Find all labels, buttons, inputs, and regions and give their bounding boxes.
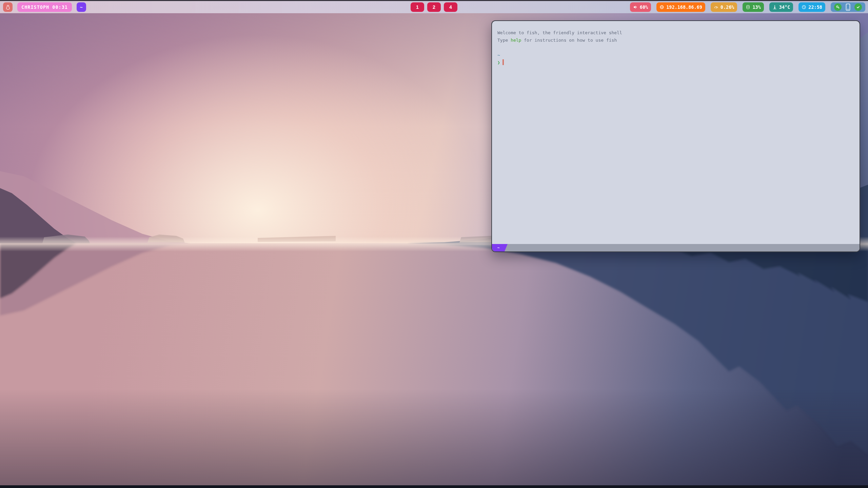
workspace-button-1[interactable]: 1 <box>411 2 424 12</box>
globe-icon <box>659 5 664 9</box>
top-bar-status: 60% 192.168.86.69 0.26% <box>630 2 868 12</box>
launcher-button[interactable] <box>3 2 13 12</box>
blank-line <box>497 44 854 52</box>
prompt-line: ❯ <box>497 59 854 66</box>
volume-value: 60% <box>640 4 648 10</box>
network-badge[interactable]: 192.168.86.69 <box>656 2 705 12</box>
check-icon <box>856 5 861 9</box>
tux-icon <box>5 4 11 10</box>
top-bar: CHRISTOPH 00:31 ~ 1 2 4 60% <box>0 0 868 13</box>
key-icon <box>835 5 840 9</box>
phone-icon <box>845 3 851 11</box>
path-badge: ~ <box>77 2 86 12</box>
clock-icon <box>802 5 806 9</box>
user-badge: CHRISTOPH 00:31 <box>17 2 72 12</box>
cpu-badge[interactable]: 0.26% <box>711 2 737 12</box>
thermometer-icon <box>772 5 777 9</box>
gauge-icon <box>714 5 718 9</box>
system-tray <box>831 2 865 12</box>
network-value: 192.168.86.69 <box>666 4 702 10</box>
terminal-window[interactable]: Welcome to fish, the friendly interactiv… <box>491 20 860 252</box>
cpu-value: 0.26% <box>721 4 734 10</box>
updates-ok-tray-button[interactable] <box>854 3 862 11</box>
clock-value: 22:58 <box>808 4 822 10</box>
memory-value: 13% <box>752 4 761 10</box>
phone-tray-button[interactable] <box>845 3 851 11</box>
workspace-switcher: 1 2 4 <box>411 2 457 12</box>
memory-badge[interactable]: 13% <box>743 2 764 12</box>
clock-badge[interactable]: 22:58 <box>798 2 825 12</box>
workspace-button-2[interactable]: 2 <box>427 2 441 12</box>
memory-icon <box>746 5 750 9</box>
terminal-tab-label: ~ <box>497 246 500 250</box>
top-bar-left: CHRISTOPH 00:31 ~ <box>0 2 86 12</box>
volume-badge[interactable]: 60% <box>630 2 651 12</box>
help-command-text: help <box>511 38 521 43</box>
terminal-cursor <box>502 59 504 65</box>
desktop: CHRISTOPH 00:31 ~ 1 2 4 60% <box>0 0 868 488</box>
temperature-value: 34°C <box>779 4 790 10</box>
speaker-icon <box>633 5 638 9</box>
terminal-output[interactable]: Welcome to fish, the friendly interactiv… <box>492 21 860 244</box>
prompt-chevron: ❯ <box>497 60 500 65</box>
greeting-line-1: Welcome to fish, the friendly interactiv… <box>497 29 854 37</box>
temperature-badge[interactable]: 34°C <box>769 2 793 12</box>
terminal-tab-home[interactable]: ~ <box>492 244 508 251</box>
keyring-tray-button[interactable] <box>834 3 842 11</box>
workspace-button-4[interactable]: 4 <box>444 2 457 12</box>
terminal-tab-bar: ~ <box>492 244 860 251</box>
prompt-pwd: ~ <box>497 52 854 59</box>
greeting-line-2: Type help for instructions on how to use… <box>497 37 854 44</box>
